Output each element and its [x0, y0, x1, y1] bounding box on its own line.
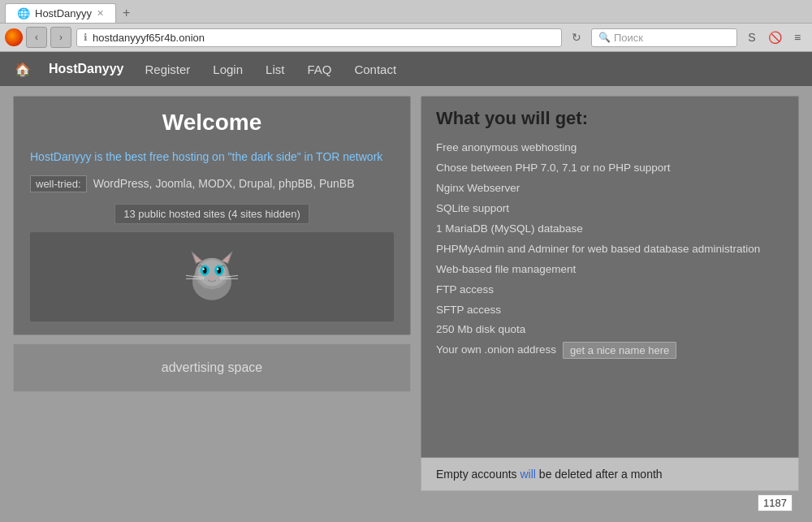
url-bar[interactable]: ℹ hostdanyyyf65r4b.onion — [76, 28, 562, 47]
cat-image — [179, 244, 244, 309]
nav-list[interactable]: List — [254, 54, 296, 84]
svg-point-11 — [202, 268, 204, 270]
feature-item-2: Chose between PHP 7.0, 7.1 or no PHP sup… — [436, 159, 784, 178]
empty-accounts-after: be deleted after a month — [536, 468, 663, 481]
hosted-sites-badge: 13 public hosted sites (4 sites hidden) — [114, 204, 309, 224]
info-icon: ℹ — [84, 32, 88, 43]
feature-item-1: Free anonymous webhosting — [436, 139, 784, 157]
ad-space-text: advertising space — [162, 360, 263, 375]
search-bar[interactable]: 🔍 Поиск — [591, 28, 737, 47]
nav-register[interactable]: Register — [133, 54, 201, 84]
content-wrapper: Welcome HostDanyyy is the best free host… — [13, 96, 799, 491]
new-tab-button[interactable]: + — [116, 3, 136, 23]
left-column: Welcome HostDanyyy is the best free host… — [13, 96, 411, 491]
hamburger-menu[interactable]: ≡ — [788, 28, 807, 47]
skype-icon[interactable]: S — [742, 28, 762, 47]
nav-faq[interactable]: FAQ — [296, 54, 343, 84]
well-tried-row: well-tried: WordPress, Joomla, MODX, Dru… — [30, 175, 394, 192]
onion-addr-text: Your own .onion address — [436, 341, 556, 360]
welcome-title: Welcome — [30, 110, 394, 136]
stop-icon[interactable]: 🚫 — [765, 28, 784, 47]
what-title: What you will get: — [436, 108, 784, 129]
welcome-description: HostDanyyy is the best free hosting on "… — [30, 149, 394, 166]
search-placeholder: Поиск — [614, 32, 643, 44]
browser-menu-icons: S 🚫 ≡ — [742, 28, 807, 47]
forward-button[interactable]: › — [50, 27, 71, 48]
feature-item-10: 250 Mb disk quota — [436, 321, 784, 339]
browser-toolbar: ‹ › ℹ hostdanyyyf65r4b.onion ↻ 🔍 Поиск S… — [0, 24, 812, 51]
nav-icons: ‹ › — [5, 27, 71, 48]
back-button[interactable]: ‹ — [26, 27, 47, 48]
svg-point-9 — [203, 267, 207, 274]
well-tried-badge: well-tried: — [30, 175, 87, 192]
feature-item-5: 1 MariaDB (MySQL) database — [436, 220, 784, 239]
tab-close-icon[interactable]: ✕ — [97, 8, 104, 19]
empty-accounts-before: Empty accounts — [436, 468, 520, 481]
search-icon: 🔍 — [598, 32, 611, 43]
nav-login[interactable]: Login — [201, 54, 254, 84]
feature-item-4: SQLite support — [436, 200, 784, 218]
well-tried-items: WordPress, Joomla, MODX, Drupal, phpBB, … — [93, 175, 355, 192]
right-column: What you will get: Free anonymous webhos… — [421, 96, 799, 491]
tab-favicon: 🌐 — [17, 7, 30, 19]
firefox-icon — [5, 28, 23, 46]
feature-item-11: Your own .onion address get a nice name … — [436, 341, 784, 360]
active-tab[interactable]: 🌐 HostDanyyy ✕ — [5, 3, 116, 23]
feature-item-6: PHPMyAdmin and Adminer for web based dat… — [436, 240, 784, 259]
feature-list: Free anonymous webhosting Chose between … — [436, 139, 784, 360]
counter-badge: 1187 — [758, 494, 793, 511]
browser-chrome: 🌐 HostDanyyy ✕ + ‹ › ℹ hostdanyyyf65r4b.… — [0, 0, 812, 52]
feature-item-9: SFTP access — [436, 301, 784, 320]
main-area: Welcome HostDanyyy is the best free host… — [0, 86, 812, 522]
cat-image-box — [30, 232, 394, 321]
what-you-get-box: What you will get: Free anonymous webhos… — [421, 96, 799, 458]
nice-name-button[interactable]: get a nice name here — [563, 342, 676, 359]
empty-accounts-highlight: will — [520, 468, 536, 481]
ad-space-box: advertising space — [13, 343, 411, 392]
nav-bar: 🏠 HostDanyyy Register Login List FAQ Con… — [0, 52, 812, 86]
nav-contact[interactable]: Contact — [343, 54, 408, 84]
tab-label: HostDanyyy — [35, 7, 92, 19]
svg-point-12 — [217, 268, 218, 270]
home-button[interactable]: 🏠 — [6, 55, 39, 84]
svg-point-10 — [217, 267, 221, 274]
nav-brand[interactable]: HostDanyyy — [39, 54, 133, 84]
tab-bar: 🌐 HostDanyyy ✕ + — [0, 0, 812, 24]
welcome-box: Welcome HostDanyyy is the best free host… — [13, 96, 411, 335]
url-text: hostdanyyyf65r4b.onion — [93, 32, 555, 44]
refresh-button[interactable]: ↻ — [567, 28, 586, 47]
feature-item-3: Nginx Webserver — [436, 179, 784, 198]
empty-accounts-box: Empty accounts will be deleted after a m… — [421, 458, 799, 491]
feature-item-7: Web-based file management — [436, 261, 784, 279]
counter-row: 1187 — [13, 491, 799, 515]
feature-item-8: FTP access — [436, 281, 784, 300]
